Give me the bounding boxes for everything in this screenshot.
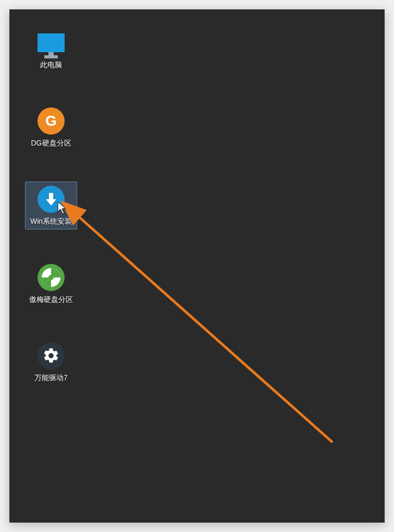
desktop-icon-aomei-partition[interactable]: 傲梅硬盘分区 [25,260,77,308]
icon-label: DG硬盘分区 [31,139,71,148]
desktop-icon-this-pc[interactable]: 此电脑 [25,25,77,73]
icon-label: 傲梅硬盘分区 [29,295,73,305]
pie-chart-icon [36,263,66,292]
svg-line-1 [76,214,333,442]
desktop-icon-universal-driver[interactable]: 万能驱动7 [25,338,77,386]
monitor-icon [36,28,66,57]
download-arrow-icon [36,185,66,214]
icon-label: 万能驱动7 [34,373,68,383]
desktop-frame: 此电脑 G DG硬盘分区 Win系统安装 傲梅硬盘分区 [9,9,385,523]
desktop-icon-dg-partition[interactable]: G DG硬盘分区 [25,103,77,151]
g-letter-icon: G [36,106,66,136]
icon-label: Win系统安装 [30,217,72,226]
gear-icon [36,341,66,370]
desktop-icon-win-installer[interactable]: Win系统安装 [25,182,77,229]
desktop[interactable]: 此电脑 G DG硬盘分区 Win系统安装 傲梅硬盘分区 [9,9,385,523]
icon-label: 此电脑 [40,61,62,70]
